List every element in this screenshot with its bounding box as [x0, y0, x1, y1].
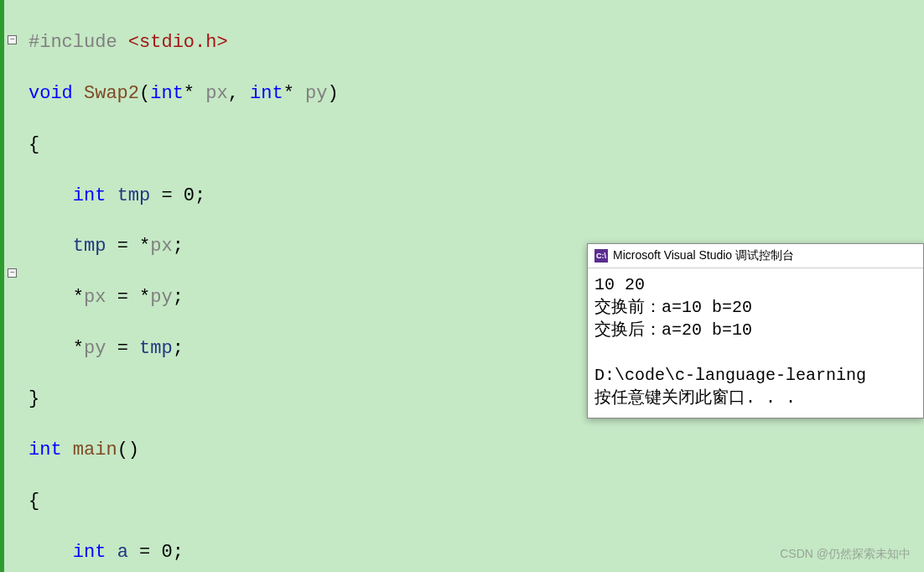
param: px: [205, 83, 227, 104]
console-line: 按任意键关闭此窗口. . .: [594, 388, 796, 408]
type: int: [73, 542, 106, 563]
param: py: [84, 338, 106, 359]
fold-gutter: − −: [8, 0, 23, 572]
fold-toggle-icon[interactable]: −: [8, 268, 17, 278]
debug-console-window[interactable]: C:\ Microsoft Visual Studio 调试控制台 10 20 …: [587, 243, 924, 419]
console-title: Microsoft Visual Studio 调试控制台: [613, 248, 794, 263]
param: px: [84, 287, 106, 308]
type: int: [150, 83, 184, 104]
change-indicator-bar: [0, 0, 4, 572]
type: int: [250, 83, 283, 104]
include-path: <stdio.h>: [117, 32, 228, 53]
console-icon: C:\: [594, 249, 608, 263]
fold-toggle-icon[interactable]: −: [8, 35, 17, 44]
param: py: [150, 287, 172, 308]
param: px: [150, 236, 172, 257]
variable: tmp: [139, 338, 173, 359]
param: py: [305, 83, 327, 104]
console-line: D:\code\c-language-learning: [594, 366, 866, 385]
function-name: main: [73, 439, 117, 460]
variable: a: [117, 542, 128, 563]
watermark: CSDN @仍然探索未知中: [780, 547, 911, 562]
console-output: 10 20 交换前：a=10 b=20 交换后：a=20 b=10 D:\cod…: [588, 268, 923, 418]
literal: 0: [161, 542, 172, 563]
console-line: 交换前：a=10 b=20: [594, 298, 752, 317]
variable: tmp: [117, 185, 151, 206]
console-line: 10 20: [594, 275, 645, 294]
type: int: [29, 439, 62, 460]
literal: 0: [184, 185, 195, 206]
keyword: void: [29, 83, 73, 104]
console-titlebar[interactable]: C:\ Microsoft Visual Studio 调试控制台: [588, 244, 923, 268]
console-line: 交换后：a=20 b=10: [594, 320, 752, 340]
function-name: Swap2: [84, 83, 139, 104]
preprocessor: #include: [29, 32, 117, 53]
type: int: [73, 185, 106, 206]
variable: tmp: [73, 236, 106, 257]
